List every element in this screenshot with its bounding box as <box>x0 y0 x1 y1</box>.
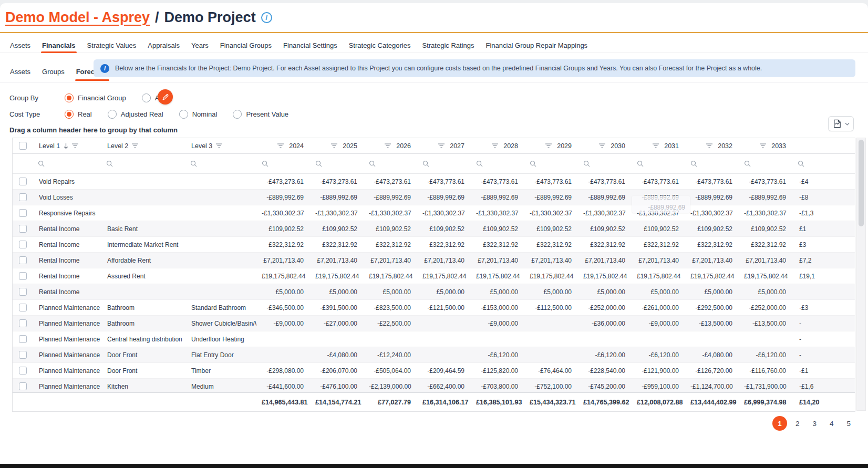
filter-cell-2032[interactable] <box>685 154 739 173</box>
page-button-2[interactable]: 2 <box>791 417 804 430</box>
radio-adjusted-real[interactable]: Adjusted Real <box>108 110 163 119</box>
page-button-4[interactable]: 4 <box>825 417 839 430</box>
filter-cell-2030[interactable] <box>578 154 632 173</box>
filter-icon[interactable] <box>599 143 605 148</box>
filter-cell-level-2[interactable] <box>101 154 185 173</box>
row-checkbox[interactable] <box>19 272 27 280</box>
row-checkbox[interactable] <box>19 256 27 264</box>
filter-icon[interactable] <box>216 143 222 148</box>
filter-icon[interactable] <box>277 143 284 148</box>
table-row[interactable]: Rental IncomeAssured Rent£19,175,802.44£… <box>13 268 855 284</box>
row-checkbox[interactable] <box>19 304 27 311</box>
row-checkbox[interactable] <box>19 335 27 343</box>
column-header-2030[interactable]: 2030 <box>578 142 632 150</box>
table-row[interactable]: Void Losses-£889,992.69-£889,992.69-£889… <box>13 190 855 205</box>
main-tab-financials[interactable]: Financials <box>36 38 81 53</box>
column-header-2025[interactable]: 2025 <box>310 142 364 150</box>
table-row[interactable]: Rental IncomeIntermediate Market Rent£32… <box>13 237 855 253</box>
row-checkbox[interactable] <box>19 288 27 296</box>
page-button-5[interactable]: 5 <box>842 417 855 430</box>
filter-icon[interactable] <box>385 143 391 148</box>
vertical-scrollbar[interactable] <box>856 138 866 411</box>
page-button-1[interactable]: 1 <box>772 416 787 431</box>
table-row[interactable]: Rental IncomeAffordable Rent£7,201,713.4… <box>13 253 855 268</box>
filter-cell-2025[interactable] <box>310 154 364 173</box>
main-tab-financial-group-repair-mappings[interactable]: Financial Group Repair Mappings <box>480 38 593 53</box>
export-button[interactable] <box>828 116 854 131</box>
row-checkbox[interactable] <box>19 193 27 201</box>
table-row[interactable]: Responsive Repairs-£1,330,302.37-£1,330,… <box>13 205 855 221</box>
table-row[interactable]: Planned MaintenanceCentral heating distr… <box>13 331 855 347</box>
row-checkbox[interactable] <box>19 225 27 233</box>
filter-icon[interactable] <box>132 143 138 148</box>
column-header-2031[interactable]: 2031 <box>632 142 685 150</box>
main-tab-strategic-values[interactable]: Strategic Values <box>81 38 142 53</box>
filter-icon[interactable] <box>760 143 766 148</box>
project-info-icon[interactable]: i <box>261 12 272 23</box>
page-button-3[interactable]: 3 <box>808 417 821 430</box>
filter-cell-2026[interactable] <box>364 154 417 173</box>
radio-real[interactable]: Real <box>65 110 92 119</box>
group-panel-hint[interactable]: Drag a column header here to group by th… <box>9 126 178 134</box>
column-header-2028[interactable]: 2028 <box>471 142 524 150</box>
column-header-level-2[interactable]: Level 2 <box>101 142 185 150</box>
column-header-2027[interactable]: 2027 <box>417 142 471 150</box>
column-header-2024[interactable]: 2024 <box>256 142 310 150</box>
sub-tab-assets[interactable]: Assets <box>4 63 36 82</box>
row-checkbox[interactable] <box>19 319 27 327</box>
filter-cell-2029[interactable] <box>524 154 578 173</box>
filter-cell-2024[interactable] <box>256 154 310 173</box>
filter-cell-2028[interactable] <box>471 154 524 173</box>
select-all-checkbox[interactable] <box>19 142 27 150</box>
breadcrumb-model-link[interactable]: Demo Model - Asprey <box>5 9 150 26</box>
filter-icon[interactable] <box>653 143 659 148</box>
filter-icon[interactable] <box>438 143 445 148</box>
row-checkbox[interactable] <box>19 351 27 359</box>
main-tab-assets[interactable]: Assets <box>4 38 36 53</box>
main-tab-strategic-ratings[interactable]: Strategic Ratings <box>416 38 480 53</box>
filter-cell-2027[interactable] <box>417 154 471 173</box>
radio-nominal[interactable]: Nominal <box>179 110 218 119</box>
filter-cell-clipped[interactable] <box>792 154 855 173</box>
sub-tab-groups[interactable]: Groups <box>36 63 70 82</box>
table-row[interactable]: Planned MaintenanceDoor FrontFlat Entry … <box>13 347 855 363</box>
table-row[interactable]: Planned MaintenanceKitchenMedium-£441,60… <box>13 379 855 392</box>
edit-group-button[interactable] <box>158 89 173 105</box>
scrollbar-thumb[interactable] <box>859 140 864 226</box>
filter-cell-2031[interactable] <box>632 154 685 173</box>
column-header-2032[interactable]: 2032 <box>685 142 739 150</box>
row-checkbox[interactable] <box>19 178 27 185</box>
filter-icon[interactable] <box>331 143 337 148</box>
radio-present-value[interactable]: Present Value <box>233 110 288 119</box>
cell-2030: -£473,773.61 <box>578 178 632 185</box>
table-row[interactable]: Rental IncomeBasic Rent£109,902.52£109,9… <box>13 221 855 237</box>
row-checkbox[interactable] <box>19 382 27 390</box>
filter-icon[interactable] <box>706 143 712 148</box>
table-row[interactable]: Rental Income£5,000.00£5,000.00£5,000.00… <box>13 284 855 300</box>
main-tab-financial-groups[interactable]: Financial Groups <box>214 38 277 53</box>
main-tab-strategic-categories[interactable]: Strategic Categories <box>343 38 417 53</box>
filter-cell-2033[interactable] <box>739 154 792 173</box>
column-header-2026[interactable]: 2026 <box>364 142 417 150</box>
table-row[interactable]: Planned MaintenanceDoor FrontTimber-£298… <box>13 363 855 379</box>
table-row[interactable]: Planned MaintenanceBathroomShower Cubicl… <box>13 316 855 331</box>
column-header-2029[interactable]: 2029 <box>524 142 578 150</box>
main-tab-financial-settings[interactable]: Financial Settings <box>277 38 343 53</box>
filter-icon[interactable] <box>72 143 78 148</box>
row-checkbox[interactable] <box>19 367 27 375</box>
filter-icon[interactable] <box>492 143 498 148</box>
main-tab-appraisals[interactable]: Appraisals <box>142 38 185 53</box>
main-tab-years[interactable]: Years <box>185 38 214 53</box>
filter-cell-level-1[interactable] <box>33 154 101 173</box>
row-checkbox[interactable] <box>19 209 27 217</box>
sort-desc-icon[interactable] <box>64 143 68 149</box>
table-row[interactable]: Void Repairs-£473,273.61-£473,273.61-£47… <box>13 174 855 190</box>
filter-icon[interactable] <box>545 143 552 148</box>
column-header-level-3[interactable]: Level 3 <box>185 142 256 150</box>
radio-financial-group[interactable]: Financial Group <box>65 93 126 102</box>
column-header-level-1[interactable]: Level 1 <box>33 142 101 150</box>
table-row[interactable]: Planned MaintenanceBathroomStandard Bath… <box>13 300 855 316</box>
row-checkbox[interactable] <box>19 241 27 248</box>
filter-cell-level-3[interactable] <box>185 154 256 173</box>
column-header-2033[interactable]: 2033 <box>739 142 792 150</box>
